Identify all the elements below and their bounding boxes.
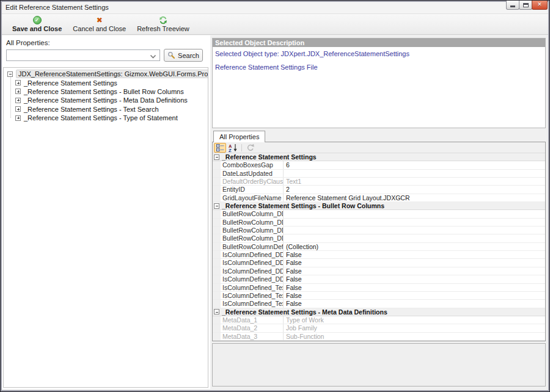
title-bar[interactable]: Edit Reference Statement Settings [2, 2, 548, 13]
save-check-icon: ✓ [33, 16, 42, 24]
search-button[interactable]: Search [164, 49, 203, 62]
collapse-icon[interactable] [214, 154, 219, 160]
row-indent [213, 251, 221, 258]
property-value[interactable]: False [283, 259, 545, 266]
property-row[interactable]: ComboBoxesGap 6 [213, 161, 545, 169]
row-indent [213, 333, 221, 340]
property-value[interactable] [283, 227, 545, 234]
row-indent [213, 267, 221, 275]
category-row[interactable]: _Reference Statement Settings - Meta Dat… [213, 308, 545, 316]
property-value[interactable]: False [283, 284, 545, 291]
property-name: IsColumnDefined_Text2 [221, 284, 283, 291]
category-row[interactable]: _Reference Statement Settings - Bullet R… [213, 202, 545, 210]
property-value[interactable]: Text1 [283, 178, 545, 185]
collapse-icon[interactable] [214, 309, 219, 314]
property-description-panel [212, 343, 546, 387]
tree-root-label: JDX_ReferenceStatementSettings: Gizmox.W… [16, 70, 208, 78]
property-value[interactable]: False [283, 267, 545, 275]
property-row[interactable]: MetaData_3 Sub-Function [213, 333, 545, 341]
close-button[interactable]: ✕ [532, 1, 548, 10]
property-row[interactable]: BulletRowColumnDefnList (Collection) [213, 243, 545, 251]
tree-item[interactable]: _Reference Statement Settings [4, 78, 208, 87]
tree-item[interactable]: _Reference Statement Settings - Meta Dat… [4, 96, 208, 104]
property-filter-combobox[interactable] [6, 49, 160, 61]
property-value[interactable]: Sub-Function [283, 333, 545, 340]
tab-all-properties[interactable]: All Properties [213, 131, 265, 142]
row-indent [213, 259, 221, 266]
expand-icon[interactable] [15, 106, 21, 112]
property-value[interactable]: False [283, 275, 545, 283]
property-value[interactable]: 2 [283, 186, 545, 193]
row-indent [213, 219, 221, 226]
property-value[interactable] [283, 210, 545, 217]
property-row[interactable]: MetaData_1 Type of Work [213, 316, 545, 324]
tree-item[interactable]: _Reference Statement Settings - Text Sea… [4, 105, 208, 114]
property-value[interactable] [283, 219, 545, 226]
property-row[interactable]: IsColumnDefined_DDText3 False [213, 267, 545, 275]
property-row[interactable]: IsColumnDefined_DDText4 False [213, 275, 545, 283]
main-toolbar: ✓ Save and Close ✖ Cancel and Close Refr… [2, 13, 548, 35]
tree-item[interactable]: _Reference Statement Settings - Type of … [4, 114, 208, 122]
search-icon [167, 51, 175, 59]
property-name: DateLastUpdated [221, 170, 283, 177]
property-value[interactable] [283, 170, 545, 177]
refresh-treeview-button[interactable]: Refresh Treeview [131, 15, 195, 34]
property-value[interactable]: 6 [283, 161, 545, 169]
property-name: MetaData_1 [221, 316, 283, 324]
property-value[interactable]: False [283, 251, 545, 258]
row-indent [213, 178, 221, 185]
property-value[interactable]: Job Family [283, 324, 545, 332]
property-value[interactable] [283, 234, 545, 242]
expand-icon[interactable] [15, 80, 21, 85]
minimize-button[interactable] [506, 1, 519, 10]
maximize-button[interactable] [519, 1, 532, 10]
property-row[interactable]: IsColumnDefined_Text4 False [213, 300, 545, 308]
property-row[interactable]: IsColumnDefined_DDText2 False [213, 259, 545, 267]
properties-treeview[interactable]: JDX_ReferenceStatementSettings: Gizmox.W… [3, 67, 208, 388]
cancel-and-close-button[interactable]: ✖ Cancel and Close [67, 15, 131, 34]
expand-icon[interactable] [15, 115, 21, 121]
property-value[interactable]: False [283, 300, 545, 307]
cancel-and-close-label: Cancel and Close [73, 25, 126, 32]
save-and-close-button[interactable]: ✓ Save and Close [7, 15, 67, 34]
row-indent [213, 234, 221, 242]
property-row[interactable]: EntityID 2 [213, 186, 545, 194]
property-value[interactable]: (Collection) [283, 243, 545, 250]
property-row[interactable]: BulletRowColumn_DDText [213, 210, 545, 218]
property-grid: A Z _Reference Statement Settings ComboB… [212, 142, 546, 341]
category-row[interactable]: _Reference Statement Settings [213, 153, 545, 161]
category-name: _Reference Statement Settings - Meta Dat… [222, 308, 387, 316]
tree-item[interactable]: _Reference Statement Settings - Bullet R… [4, 87, 208, 96]
property-row[interactable]: IsColumnDefined_Text2 False [213, 284, 545, 292]
property-value[interactable]: False [283, 292, 545, 299]
property-name: ComboBoxesGap [221, 161, 283, 169]
property-row[interactable]: IsColumnDefined_Text3 False [213, 292, 545, 300]
property-name: IsColumnDefined_DDText4 [221, 275, 283, 283]
property-row[interactable]: BulletRowColumn_DDText4 [213, 234, 545, 242]
minimize-icon [510, 5, 515, 7]
selected-object-description-panel: Selected Object Description Selected Obj… [212, 38, 546, 128]
property-row[interactable]: MetaData_2 Job Family [213, 324, 545, 332]
property-row[interactable]: DefaultOrderByClause Text1 [213, 178, 545, 186]
property-row[interactable]: DateLastUpdated [213, 170, 545, 178]
categorized-view-button[interactable] [214, 143, 226, 153]
collapse-icon[interactable] [7, 71, 13, 77]
property-name: BulletRowColumn_DDText3 [221, 227, 283, 234]
property-row[interactable]: BulletRowColumn_DDText2 [213, 219, 545, 227]
tree-root-node[interactable]: JDX_ReferenceStatementSettings: Gizmox.W… [4, 70, 208, 78]
row-indent [213, 292, 221, 299]
alphabetical-sort-button[interactable]: A Z [227, 143, 239, 153]
property-value[interactable]: Type of Work [283, 316, 545, 324]
expand-icon[interactable] [15, 89, 21, 94]
maximize-icon [523, 3, 529, 7]
property-row[interactable]: IsColumnDefined_DDText False [213, 251, 545, 259]
property-value[interactable]: Reference Statement Grid Layout.JDXGCR [283, 194, 545, 201]
expand-icon[interactable] [15, 98, 21, 103]
row-indent [213, 300, 221, 307]
row-indent [213, 324, 221, 332]
categorized-icon [216, 144, 224, 151]
property-row[interactable]: GridLayoutFileName Reference Statement G… [213, 194, 545, 202]
collapse-icon[interactable] [214, 203, 219, 209]
category-name: _Reference Statement Settings [222, 153, 317, 161]
property-row[interactable]: BulletRowColumn_DDText3 [213, 227, 545, 234]
